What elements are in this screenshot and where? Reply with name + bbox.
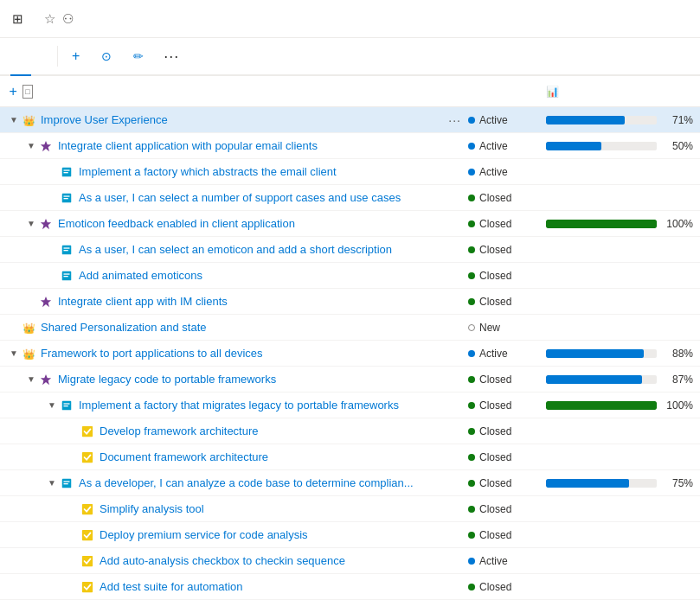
row-state: Closed [468,451,546,463]
svg-rect-13 [64,273,70,274]
progress-percent: 88% [662,348,693,360]
state-label: Active [479,166,508,178]
expand-button[interactable] [66,424,80,438]
expand-button[interactable] [45,191,59,205]
table-row[interactable]: As a user, I can select a number of supp… [0,185,700,211]
state-dot [468,169,475,176]
expand-button[interactable]: ▼ [24,217,38,231]
progress-bar-fill [546,220,657,228]
feature-icon [40,295,54,309]
row-more-button[interactable]: ··· [448,113,461,127]
table-row[interactable]: ▼👑Improve User Experience···Active71% [0,107,700,133]
table-row[interactable]: ▼Implement a factory that migrates legac… [0,393,700,418]
expand-button[interactable]: ▼ [7,113,21,127]
app-grid-icon[interactable]: ⊞ [12,11,23,27]
row-state: Closed [468,192,546,204]
expand-button[interactable] [66,450,80,464]
table-row[interactable]: Add auto-analysis checkbox to checkin se… [0,548,700,574]
progress-percent: 50% [662,140,693,152]
state-label: Closed [479,373,511,386]
state-dot [468,220,475,227]
state-label: Active [479,114,508,126]
expand-button[interactable] [66,528,80,542]
row-state: Closed [468,581,546,593]
progress-bar-wrap [546,116,657,124]
svg-rect-14 [64,276,68,277]
expand-button[interactable] [45,165,59,179]
expand-button[interactable] [45,269,59,283]
expand-button[interactable]: ▼ [24,373,38,386]
row-state: Closed [468,399,546,412]
progress-bar-fill [546,142,601,150]
progress-cell: 88% [546,348,693,360]
row-title: Migrate legacy code to portable framewor… [58,373,440,386]
svg-rect-7 [64,198,68,199]
top-bar: ⊞ ☆ ⚇ [0,0,700,38]
progress-bar-wrap [546,401,657,410]
expand-button[interactable] [66,580,80,594]
story-icon [61,269,74,283]
add-row-icon[interactable]: + [7,83,19,100]
state-label: Active [479,140,508,152]
svg-rect-4 [64,172,68,173]
progress-bar-fill [546,116,625,124]
expand-button[interactable]: ▼ [45,476,59,490]
progress-cell: 75% [546,477,693,489]
table-row[interactable]: 👑Shared Personalization and stateNew [0,315,700,341]
view-as-board-button[interactable]: ⊙ [93,37,125,75]
state-dot [468,584,475,590]
table-row[interactable]: Implement a factory which abstracts the … [0,159,700,185]
state-dot [468,195,475,201]
progress-bar-wrap [546,375,657,384]
state-dot [468,558,475,565]
new-work-item-button[interactable]: + [63,37,93,75]
row-state: Closed [468,270,546,282]
expand-button[interactable] [66,554,80,568]
table-row[interactable]: ▼Emoticon feedback enabled in client app… [0,211,700,237]
expand-button[interactable]: ▼ [7,347,21,361]
progress-bar-wrap [546,142,657,150]
row-state: Active [468,555,546,567]
row-state: Closed [468,244,546,256]
row-title: As a developer, I can analyze a code bas… [79,476,440,489]
table-row[interactable]: Document framework architectureClosed [0,444,700,470]
state-dot [468,454,475,461]
expand-button[interactable]: ▼ [45,399,59,412]
table-row[interactable]: As a user, I can select an emoticon and … [0,237,700,263]
table-row[interactable]: Simplify analysis toolClosed [0,496,700,522]
svg-rect-25 [64,481,70,482]
more-options-button[interactable]: ··· [157,37,186,75]
table-row[interactable]: Integrate client app with IM clientsClos… [0,289,700,315]
expand-button[interactable] [24,295,38,309]
table-row[interactable]: ▼As a developer, I can analyze a code ba… [0,470,700,496]
expand-button[interactable] [45,243,59,257]
table-row[interactable]: Add animated emoticonsClosed [0,263,700,289]
table-row[interactable]: Develop framework architectureClosed [0,418,700,444]
table-row[interactable]: Deploy premium service for code analysis… [0,522,700,548]
expand-button[interactable]: ▼ [24,139,38,153]
svg-rect-3 [64,169,70,170]
state-label: Closed [479,244,511,256]
svg-rect-21 [64,405,68,406]
expand-all-icon[interactable]: □ [22,85,33,99]
tab-analytics[interactable] [31,38,52,76]
state-label: Closed [479,270,511,282]
people-icon[interactable]: ⚇ [62,11,74,27]
table-body: ▼👑Improve User Experience···Active71%▼In… [0,107,700,600]
row-title: As a user, I can select a number of supp… [79,191,440,204]
star-icon[interactable]: ☆ [44,11,55,27]
state-label: Closed [479,477,511,489]
expand-button[interactable] [66,502,80,516]
story-icon [61,165,74,179]
column-options-button[interactable]: ✏ [125,37,157,75]
table-row[interactable]: ▼👑Framework to port applications to all … [0,341,700,367]
state-label: Closed [479,581,511,593]
table-row[interactable]: Add test suite for automationClosed [0,574,700,600]
table-row[interactable]: ▼Integrate client application with popul… [0,133,700,159]
table-row[interactable]: ▼Migrate legacy code to portable framewo… [0,367,700,393]
svg-rect-10 [64,247,70,248]
svg-marker-15 [41,296,51,306]
expand-button[interactable] [7,321,21,335]
tab-backlog[interactable] [10,38,31,76]
progress-cell: 87% [546,373,693,386]
